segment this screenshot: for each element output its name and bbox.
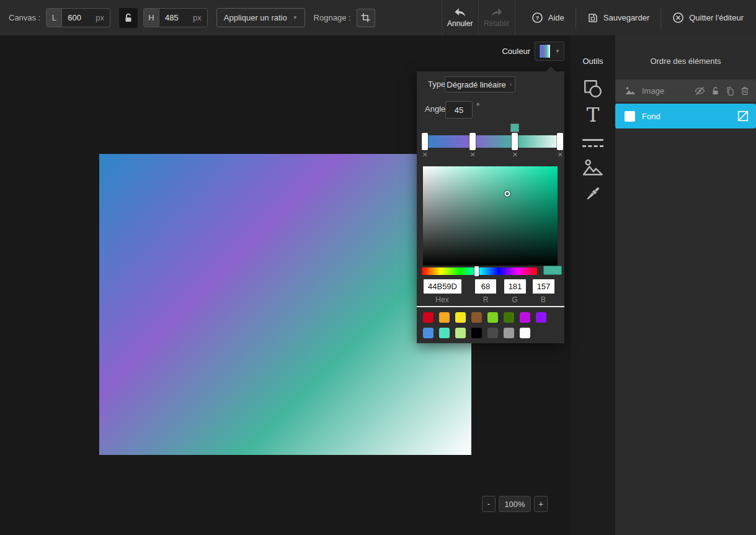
palette-swatch[interactable] — [455, 312, 466, 323]
palette-swatch[interactable] — [423, 328, 434, 338]
quit-label: Quitter l'éditeur — [689, 13, 744, 22]
couleur-label: Couleur — [464, 47, 530, 56]
palette-swatch[interactable] — [504, 312, 514, 323]
canvas-workspace: Couleur ▼ Type Dégradé linéaire ▼ Angle … — [0, 35, 571, 535]
gradient-stops-bar[interactable] — [422, 135, 563, 148]
image-icon — [582, 158, 604, 178]
layers-header: Ordre des éléments — [615, 56, 756, 66]
tools-title: Outils — [571, 56, 615, 66]
degree-symbol: ° — [476, 101, 479, 110]
crop-button[interactable] — [357, 9, 375, 27]
delete-stop-button[interactable]: ✕ — [511, 150, 519, 159]
hue-slider-handle[interactable] — [474, 266, 479, 276]
delete-stop-button[interactable]: ✕ — [556, 150, 564, 159]
gradient-stop-handle[interactable] — [469, 133, 476, 150]
undo-button[interactable]: Annuler — [442, 0, 478, 35]
palette-row-2 — [423, 328, 530, 338]
canvas-width-input[interactable] — [62, 9, 94, 27]
zoom-in-button[interactable]: + — [534, 496, 548, 512]
ratio-dropdown-label: Appliquer un ratio — [224, 13, 287, 22]
palette-row-1 — [423, 312, 546, 323]
red-label: R — [483, 295, 489, 304]
shapes-tool-button[interactable] — [582, 78, 603, 99]
current-color-swatch — [543, 266, 562, 275]
delete-stop-button[interactable]: ✕ — [469, 150, 477, 159]
aspect-lock-button[interactable] — [119, 8, 138, 28]
trash-icon[interactable] — [740, 86, 750, 96]
duplicate-icon[interactable] — [725, 86, 735, 96]
saturation-value-field[interactable] — [423, 166, 558, 266]
palette-swatch[interactable] — [471, 312, 482, 323]
canvas-height-group: H px — [143, 8, 208, 27]
gradient-stop-handle[interactable] — [512, 133, 518, 150]
hex-input[interactable] — [424, 279, 461, 294]
red-input[interactable] — [475, 279, 496, 294]
zoom-out-button[interactable]: - — [482, 496, 496, 512]
couleur-swatch-button[interactable]: ▼ — [535, 42, 564, 61]
divider — [660, 7, 661, 29]
zoom-level: 100% — [499, 496, 531, 512]
text-tool-button[interactable]: T — [587, 106, 600, 125]
palette-swatch[interactable] — [520, 328, 530, 338]
lines-tool-button[interactable] — [582, 139, 603, 147]
save-icon — [587, 12, 598, 24]
crop-icon — [360, 12, 371, 23]
palette-swatch[interactable] — [536, 312, 546, 323]
undo-arrow-icon — [453, 7, 468, 19]
canvas-height-input[interactable] — [159, 9, 192, 27]
tools-sidebar: Outils T — [571, 35, 615, 535]
blue-input[interactable] — [533, 279, 554, 294]
delete-stop-button[interactable]: ✕ — [421, 150, 429, 159]
help-button[interactable]: ? Aide — [531, 12, 564, 24]
visibility-off-icon[interactable] — [694, 86, 706, 96]
canvas-gradient-image[interactable] — [99, 154, 471, 455]
fond-color-swatch — [625, 111, 635, 122]
palette-swatch[interactable] — [487, 312, 498, 323]
fill-edit-icon[interactable] — [736, 109, 750, 123]
lock-icon[interactable] — [711, 86, 720, 96]
save-label: Sauvegarder — [603, 13, 649, 22]
color-picker-popup: Type Dégradé linéaire ▼ Angle ° ✕✕✕✕ Hex… — [417, 71, 564, 343]
save-button[interactable]: Sauvegarder — [587, 12, 649, 24]
width-prefix: L — [47, 9, 62, 27]
palette-swatch[interactable] — [439, 328, 450, 338]
layer-row-fond[interactable]: Fond — [615, 104, 756, 128]
text-icon: T — [587, 106, 600, 125]
gradient-type-value: Dégradé linéaire — [447, 80, 505, 89]
eyedropper-tool-button[interactable] — [584, 184, 602, 203]
palette-swatch[interactable] — [423, 312, 434, 323]
gradient-stop-handle[interactable] — [557, 133, 563, 150]
chevron-down-icon: ▼ — [555, 48, 560, 54]
layers-panel: Ordre des éléments Image — [615, 35, 756, 535]
palette-swatch[interactable] — [455, 328, 466, 338]
palette-swatch[interactable] — [439, 312, 450, 323]
gradient-stop-handle[interactable] — [422, 133, 428, 150]
green-input[interactable] — [504, 279, 526, 294]
zoom-controls: - 100% + — [482, 496, 548, 512]
palette-divider — [417, 306, 564, 307]
type-label: Type — [428, 79, 445, 89]
apply-ratio-dropdown[interactable]: Appliquer un ratio ▼ — [216, 8, 305, 27]
gradient-type-dropdown[interactable]: Dégradé linéaire ▼ — [445, 76, 515, 92]
angle-input[interactable] — [445, 101, 473, 119]
palette-swatch[interactable] — [471, 328, 482, 338]
quit-editor-button[interactable]: Quitter l'éditeur — [672, 12, 744, 24]
layer-row-image[interactable]: Image — [615, 79, 756, 102]
palette-swatch[interactable] — [520, 312, 530, 323]
redo-button[interactable]: Rétablir — [479, 0, 515, 35]
chevron-down-icon: ▼ — [509, 82, 514, 88]
popup-caret — [546, 66, 556, 71]
help-icon: ? — [531, 12, 543, 24]
redo-label: Rétablir — [484, 19, 509, 28]
lines-icon — [582, 139, 603, 147]
layer-fond-label: Fond — [642, 112, 660, 121]
image-tool-button[interactable] — [582, 158, 604, 178]
layer-image-label: Image — [642, 86, 664, 96]
hue-slider[interactable] — [422, 268, 537, 275]
undo-label: Annuler — [447, 19, 473, 28]
palette-swatch[interactable] — [487, 328, 498, 338]
color-cursor[interactable] — [505, 191, 510, 197]
palette-swatch[interactable] — [504, 328, 514, 338]
height-prefix: H — [144, 9, 159, 27]
unlock-icon — [123, 12, 134, 24]
